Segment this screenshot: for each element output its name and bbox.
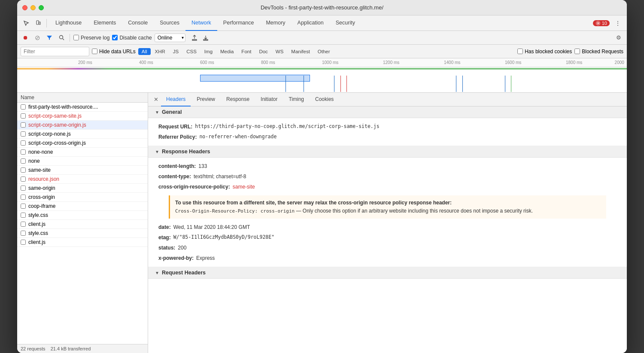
timeline-area[interactable]: 200 ms 400 ms 600 ms 800 ms 1000 ms 1200… xyxy=(17,58,627,93)
list-item[interactable]: same-origin xyxy=(17,184,148,193)
stop-recording-icon[interactable]: ⊘ xyxy=(33,33,42,43)
list-item[interactable]: script-corp-same-origin.js xyxy=(17,121,148,130)
list-item[interactable]: none-none xyxy=(17,148,148,157)
disable-cache-checkbox-label[interactable]: Disable cache xyxy=(112,35,152,41)
file-checkbox[interactable] xyxy=(21,131,26,137)
file-checkbox[interactable] xyxy=(21,158,26,164)
preserve-log-checkbox-label[interactable]: Preserve log xyxy=(73,35,109,41)
file-checkbox[interactable] xyxy=(21,231,26,236)
file-checkbox[interactable] xyxy=(21,104,26,110)
corp-value: same-site xyxy=(233,183,255,191)
response-headers-section-header[interactable]: ▼ Response Headers xyxy=(148,146,627,158)
file-checkbox[interactable] xyxy=(21,149,26,155)
tab-headers[interactable]: Headers xyxy=(161,93,191,107)
tick-1200: 1200 ms xyxy=(383,60,399,65)
more-options-icon[interactable]: ⋮ xyxy=(612,18,623,29)
list-item[interactable]: client.js xyxy=(17,238,148,247)
file-checkbox[interactable] xyxy=(21,240,26,245)
filter-xhr[interactable]: XHR xyxy=(152,48,169,55)
tab-cookies[interactable]: Cookies xyxy=(310,93,339,107)
file-checkbox[interactable] xyxy=(21,167,26,173)
search-icon[interactable] xyxy=(57,33,66,43)
file-checkbox[interactable] xyxy=(21,113,26,119)
file-checkbox[interactable] xyxy=(21,122,26,128)
file-checkbox[interactable] xyxy=(21,222,26,227)
list-item[interactable]: resource.json xyxy=(17,175,148,184)
list-item[interactable]: style.css xyxy=(17,211,148,220)
maximize-button[interactable] xyxy=(39,5,44,10)
download-icon[interactable] xyxy=(201,33,210,43)
tab-elements[interactable]: Elements xyxy=(88,15,122,31)
tab-response[interactable]: Response xyxy=(221,93,255,107)
close-button[interactable] xyxy=(22,5,27,10)
filter-other[interactable]: Other xyxy=(314,48,334,55)
filter-doc[interactable]: Doc xyxy=(255,48,271,55)
hide-data-urls-checkbox-label[interactable]: Hide data URLs xyxy=(92,49,136,55)
file-checkbox[interactable] xyxy=(21,186,26,191)
etag-value: W/"85-I1lI6GczMydbABS0yD/9roL928E" xyxy=(173,234,274,241)
file-checkbox[interactable] xyxy=(21,195,26,200)
tab-sources[interactable]: Sources xyxy=(154,15,185,31)
tab-memory[interactable]: Memory xyxy=(260,15,291,31)
filter-all[interactable]: All xyxy=(138,48,151,55)
content-type-value: text/html; charset=utf-8 xyxy=(194,173,246,180)
has-blocked-cookies-label[interactable]: Has blocked cookies xyxy=(517,49,572,55)
detail-content[interactable]: ▼ General Request URL: https://third-par… xyxy=(148,107,627,353)
tab-timing[interactable]: Timing xyxy=(283,93,309,107)
file-checkbox[interactable] xyxy=(21,176,26,182)
list-item[interactable]: none xyxy=(17,157,148,166)
timeline-waterfall[interactable] xyxy=(17,67,627,93)
filter-font[interactable]: Font xyxy=(238,48,255,55)
list-item[interactable]: cross-origin xyxy=(17,193,148,202)
disable-cache-checkbox[interactable] xyxy=(112,35,118,40)
preserve-log-checkbox[interactable] xyxy=(73,35,79,40)
x-powered-by-row: x-powered-by: Express xyxy=(158,253,617,263)
file-name: script-corp-same-site.js xyxy=(28,113,144,119)
tab-security[interactable]: Security xyxy=(330,15,361,31)
throttle-select[interactable]: Online Fast 3G Slow 3G Offline xyxy=(155,33,185,42)
tab-console[interactable]: Console xyxy=(122,15,154,31)
hide-data-urls-checkbox[interactable] xyxy=(92,49,97,54)
filter-img[interactable]: Img xyxy=(201,48,216,55)
list-item[interactable]: coop-iframe xyxy=(17,202,148,211)
general-section-header[interactable]: ▼ General xyxy=(148,107,627,118)
request-headers-section-header[interactable]: ▼ Request Headers xyxy=(148,267,627,279)
minimize-button[interactable] xyxy=(30,5,36,10)
tab-application[interactable]: Application xyxy=(292,15,330,31)
list-item[interactable]: script-corp-none.js xyxy=(17,130,148,139)
tab-preview[interactable]: Preview xyxy=(191,93,220,107)
upload-icon[interactable] xyxy=(190,33,199,43)
list-item[interactable]: script-corp-same-site.js xyxy=(17,112,148,121)
close-panel-button[interactable]: ✕ xyxy=(152,95,160,104)
list-item[interactable]: style.css xyxy=(17,229,148,238)
filter-manifest[interactable]: Manifest xyxy=(288,48,313,55)
file-checkbox[interactable] xyxy=(21,204,26,209)
file-list: Name first-party-test-with-resource.... … xyxy=(17,93,148,353)
tab-lighthouse[interactable]: Lighthouse xyxy=(49,15,88,31)
filter-js[interactable]: JS xyxy=(170,48,182,55)
record-button[interactable]: ⏺ xyxy=(21,33,30,43)
list-item[interactable]: same-site xyxy=(17,166,148,175)
blocked-requests-checkbox[interactable] xyxy=(574,49,580,54)
select-tool-icon[interactable] xyxy=(21,18,32,29)
list-item[interactable]: client.js xyxy=(17,220,148,229)
file-checkbox[interactable] xyxy=(21,213,26,218)
list-item[interactable]: first-party-test-with-resource.... xyxy=(17,103,148,112)
filter-media[interactable]: Media xyxy=(217,48,237,55)
filter-input[interactable] xyxy=(21,47,89,56)
file-name: first-party-test-with-resource.... xyxy=(28,104,144,110)
filter-icon[interactable] xyxy=(45,33,54,43)
tab-initiator[interactable]: Initiator xyxy=(255,93,283,107)
filter-css[interactable]: CSS xyxy=(183,48,200,55)
file-list-body[interactable]: first-party-test-with-resource.... scrip… xyxy=(17,103,148,344)
device-toolbar-icon[interactable] xyxy=(33,18,44,29)
has-blocked-cookies-checkbox[interactable] xyxy=(517,49,523,54)
filter-ws[interactable]: WS xyxy=(272,48,287,55)
tick-2000: 2000 xyxy=(615,60,624,65)
blocked-requests-label[interactable]: Blocked Requests xyxy=(574,49,623,55)
list-item[interactable]: script-corp-cross-origin.js xyxy=(17,139,148,148)
settings-icon[interactable]: ⚙ xyxy=(614,33,623,43)
tab-performance[interactable]: Performance xyxy=(217,15,260,31)
file-checkbox[interactable] xyxy=(21,140,26,146)
tab-network[interactable]: Network xyxy=(185,15,217,31)
